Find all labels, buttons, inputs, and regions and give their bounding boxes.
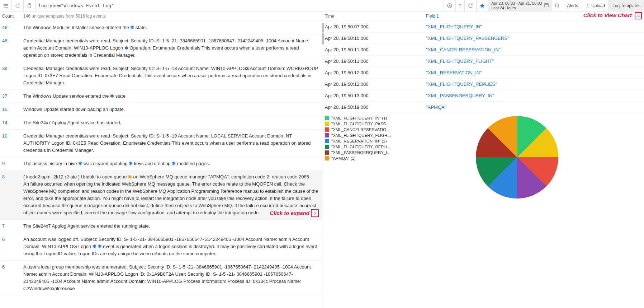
event-row[interactable]: Apr 20, 19:50:12:000''XML_RESERVATION_IN… [322, 67, 644, 79]
template-count[interactable]: 15 [0, 106, 23, 113]
view-chart-button[interactable] [635, 12, 642, 19]
event-field1[interactable]: ''XML_FLIGHTQUERY_REPLIES'' [426, 81, 644, 87]
event-field1[interactable]: ''XML_RESERVATION_IN'' [426, 70, 644, 75]
svg-marker-8 [480, 3, 485, 8]
event-row[interactable]: Apr 20, 19:50:11:000''XML_CANCELRESERVAT… [322, 44, 644, 56]
template-count[interactable]: 39 [0, 65, 23, 87]
template-row[interactable]: 14The Site24x7 Applog Agent service has … [0, 116, 322, 130]
event-row[interactable]: Apr 20, 19:50:13:000''XML_PASSENGERQUERY… [322, 90, 644, 102]
event-field1[interactable]: ''XML_FLIGHTQUERY_IN'' [426, 24, 644, 29]
wildcard-token[interactable]: ✱ [124, 45, 128, 51]
event-row[interactable]: Apr 20, 19:50:07:000''XML_FLIGHTQUERY_IN… [322, 21, 644, 33]
legend-label: ''XML_FLIGHTQUERY_REPLI... [331, 145, 390, 149]
legend-item[interactable]: ''XML_PASSENGERQUERY_I... [325, 150, 393, 155]
legend-label: ''XML_FLIGHTQUERY_PASS... [331, 122, 389, 126]
template-row[interactable]: 15Windows Update started downloading an … [0, 103, 322, 116]
wildcard-token[interactable]: ✱ [110, 93, 114, 99]
list-icon [3, 3, 9, 9]
events-list[interactable]: Apr 20, 19:50:07:000''XML_FLIGHTQUERY_IN… [322, 21, 644, 113]
legend-item[interactable]: ''XML_FLIGHTQUERY_IN'' (1) [325, 116, 393, 120]
col-time-header[interactable]: Time [322, 14, 426, 19]
wildcard-token[interactable]: ✱ [93, 244, 96, 249]
template-count[interactable]: 37 [0, 93, 23, 100]
legend-item[interactable]: ''XML_CANCELRESERVATIO... [325, 127, 393, 132]
panel-toggle-button[interactable] [0, 0, 12, 11]
event-field1[interactable]: ''XML_PASSENGERQUERY_IN'' [426, 93, 644, 98]
time-range-selector[interactable]: Apr 20, 08:03 - Apr 21, 08:03 Last 24 Ho… [488, 0, 551, 11]
clipboard-button[interactable] [24, 0, 35, 11]
search-button[interactable] [551, 0, 563, 11]
legend-label: ''XML_PASSENGERQUERY_I... [331, 150, 390, 155]
bar-chart-icon [636, 14, 640, 18]
template-count[interactable]: 14 [0, 119, 23, 126]
wildcard-token[interactable]: ✱ [78, 161, 82, 166]
template-count[interactable]: 6 [0, 236, 23, 257]
templates-list[interactable]: 46The Windows Modules Installer service … [0, 21, 322, 308]
event-row[interactable]: Apr 20, 19:50:19:000''APMQA'' [322, 102, 644, 113]
template-count[interactable]: 6 [0, 263, 23, 292]
event-field1[interactable]: ''XML_CANCELRESERVATION_IN'' [426, 47, 644, 52]
template-row[interactable]: 9The access history in hive ✱ was cleare… [0, 157, 322, 171]
wildcard-token[interactable]: ✱ [129, 161, 133, 166]
upload-icon [586, 4, 590, 8]
wildcard-token[interactable]: ✱ [98, 244, 102, 249]
template-count[interactable]: 46 [0, 24, 23, 31]
clear-query-button[interactable] [444, 0, 455, 11]
event-field1[interactable]: ''XML_FLIGHTQUERY_PASSENGERS'' [426, 36, 644, 41]
wildcard-token[interactable]: ✱ [128, 174, 132, 179]
legend-item[interactable]: ''XML_RESERVATION_IN'' (1) [325, 139, 393, 143]
template-count[interactable]: 46 [0, 37, 23, 59]
template-count[interactable]: 10 [0, 132, 23, 154]
template-row[interactable]: 10Credential Manager credentials were re… [0, 130, 322, 157]
template-row[interactable]: 8( inode2.apm- 2k12 r2-aio ) Unable to o… [0, 171, 322, 220]
template-row[interactable]: 46Credential Manager credentials were re… [0, 34, 322, 62]
template-row[interactable]: 6A user's local group membership was enu… [0, 261, 322, 295]
event-field1[interactable]: ''APMQA'' [426, 104, 644, 110]
alerts-tab[interactable]: Alerts [563, 0, 582, 11]
legend-item[interactable]: ''XML_FLIGHTQUERY_PASS... [325, 122, 393, 126]
chart-legend: ''XML_FLIGHTQUERY_IN'' (1)''XML_FLIGHTQU… [325, 116, 393, 162]
favorite-button[interactable] [476, 0, 488, 11]
col-count-header[interactable]: Count [0, 14, 23, 19]
legend-item[interactable]: ''XML_FLIGHTQUERY_FLIGH... [325, 133, 393, 137]
search-query-input[interactable]: logtype="Windows Event Log" [35, 0, 444, 11]
legend-label: ''XML_CANCELRESERVATIO... [331, 127, 390, 132]
log-templates-tab[interactable]: Log Templates [609, 0, 644, 11]
event-row[interactable]: Apr 20, 19:50:11:000''XML_FLIGHTQUERY_FL… [322, 56, 644, 67]
upload-tab[interactable]: Upload [582, 0, 609, 11]
legend-item[interactable]: ''APMQA'' (1) [325, 156, 393, 160]
chevron-right-icon [313, 211, 317, 215]
expand-button[interactable] [311, 209, 319, 217]
wildcard-token[interactable]: ✱ [172, 161, 176, 166]
template-row[interactable]: 39Credential Manager credentials were re… [0, 62, 322, 90]
legend-label: ''XML_RESERVATION_IN'' (1) [331, 139, 387, 143]
event-row[interactable]: Apr 20, 19:50:10:000''XML_FLIGHTQUERY_PA… [322, 33, 644, 44]
svg-rect-9 [545, 4, 549, 7]
wildcard-token[interactable]: ✱ [130, 25, 134, 30]
events-panel: Time Field 1 Click to View Chart Apr 20,… [322, 11, 644, 308]
template-count[interactable]: 8 [0, 173, 23, 216]
template-count[interactable]: 7 [0, 223, 23, 230]
legend-item[interactable]: ''XML_FLIGHTQUERY_REPLI... [325, 145, 393, 149]
event-field1[interactable]: ''XML_FLIGHTQUERY_FLIGHT'' [426, 59, 644, 64]
template-message: The Windows Modules Installer service en… [23, 24, 318, 31]
calendar-icon [544, 3, 549, 9]
template-row[interactable]: 46The Windows Modules Installer service … [0, 21, 322, 34]
event-time: Apr 20, 19:50:19:000 [322, 104, 426, 110]
export-button[interactable] [464, 0, 476, 11]
event-row[interactable]: Apr 20, 19:50:12:000''XML_FLIGHTQUERY_RE… [322, 79, 644, 90]
template-row[interactable]: 37The Windows Update service entered the… [0, 90, 322, 103]
template-row[interactable]: 7The Site24x7 Applog Agent service enter… [0, 220, 322, 233]
event-time: Apr 20, 19:50:12:000 [322, 70, 426, 75]
pie-chart[interactable] [476, 116, 558, 199]
template-message: The access history in hive ✱ was cleared… [23, 160, 318, 167]
star-icon [479, 3, 485, 9]
help-button[interactable]: ? [455, 0, 464, 11]
template-message: Credential Manager credentials were read… [23, 65, 318, 87]
refresh-button[interactable] [12, 0, 24, 11]
template-count[interactable]: 9 [0, 160, 23, 167]
topbar: logtype="Windows Event Log" ? Apr 20, 08… [0, 0, 644, 11]
legend-swatch [325, 139, 329, 143]
template-row[interactable]: 6An account was logged off. Subject: Sec… [0, 233, 322, 261]
legend-swatch [325, 127, 329, 132]
